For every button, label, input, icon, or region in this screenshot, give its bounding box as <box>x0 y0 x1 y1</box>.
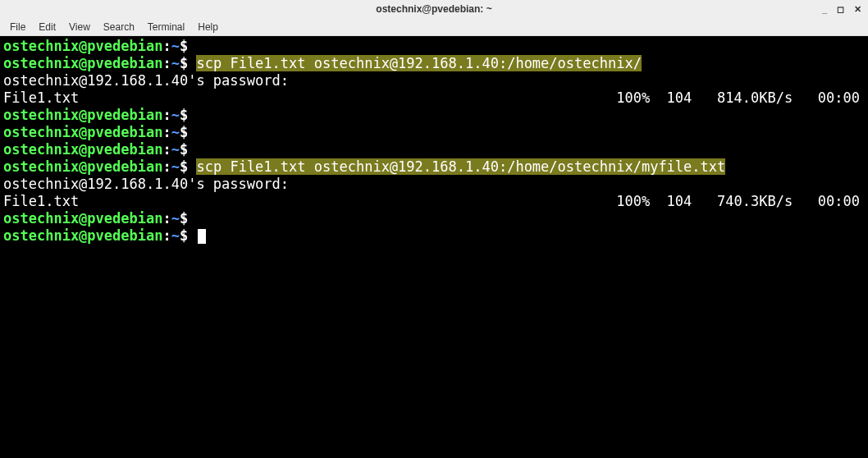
terminal-line: ostechnix@pvedebian:~$ scp File1.txt ost… <box>3 158 865 176</box>
transfer-filename: File1.txt <box>3 193 79 210</box>
output-text: ostechnix@192.168.1.40's password: <box>3 72 289 89</box>
prompt-cwd: ~ <box>171 227 180 244</box>
terminal-window: ostechnix@pvedebian: ~ _ ◻ ✕ File Edit V… <box>0 0 868 458</box>
prompt-cwd: ~ <box>171 124 180 140</box>
prompt-separator: : <box>162 107 171 123</box>
terminal-line: ostechnix@pvedebian:~$ scp File1.txt ost… <box>3 55 865 72</box>
prompt-user-host: ostechnix@pvedebian <box>3 141 162 158</box>
window-title: ostechnix@pvedebian: ~ <box>376 3 491 15</box>
terminal-line: ostechnix@pvedebian:~$ <box>3 227 865 245</box>
prompt-separator: : <box>162 210 171 227</box>
close-icon[interactable]: ✕ <box>852 5 863 14</box>
prompt-dollar: $ <box>180 124 188 140</box>
prompt-dollar: $ <box>180 55 188 71</box>
terminal-line: File1.txt100% 104 814.0KB/s 00:00 <box>3 89 865 107</box>
prompt-user-host: ostechnix@pvedebian <box>3 55 162 71</box>
cursor <box>198 229 206 244</box>
menu-search[interactable]: Search <box>97 20 141 34</box>
transfer-stats: 100% 104 814.0KB/s 00:00 <box>616 89 865 107</box>
prompt-cwd: ~ <box>171 55 180 71</box>
prompt-separator: : <box>162 141 171 158</box>
transfer-stats: 100% 104 740.3KB/s 00:00 <box>616 193 865 210</box>
prompt-dollar: $ <box>180 141 188 158</box>
prompt-separator: : <box>162 55 171 71</box>
prompt-user-host: ostechnix@pvedebian <box>3 124 162 140</box>
terminal-line: ostechnix@pvedebian:~$ <box>3 141 865 158</box>
menu-terminal[interactable]: Terminal <box>141 20 191 34</box>
titlebar[interactable]: ostechnix@pvedebian: ~ _ ◻ ✕ <box>0 0 868 18</box>
terminal-line: ostechnix@pvedebian:~$ <box>3 107 865 124</box>
terminal-line: ostechnix@192.168.1.40's password: <box>3 72 865 89</box>
menu-view[interactable]: View <box>62 20 97 34</box>
prompt-dollar: $ <box>180 38 188 54</box>
prompt-dollar: $ <box>180 107 188 123</box>
prompt-cwd: ~ <box>171 158 180 175</box>
prompt-cwd: ~ <box>171 141 180 158</box>
prompt-separator: : <box>162 124 171 140</box>
terminal-line: ostechnix@pvedebian:~$ <box>3 38 865 55</box>
prompt-dollar: $ <box>180 210 188 227</box>
prompt-separator: : <box>162 38 171 54</box>
terminal-line: File1.txt100% 104 740.3KB/s 00:00 <box>3 193 865 210</box>
maximize-icon[interactable]: ◻ <box>835 5 846 14</box>
prompt-cwd: ~ <box>171 38 180 54</box>
prompt-separator: : <box>162 158 171 175</box>
prompt-user-host: ostechnix@pvedebian <box>3 38 162 54</box>
prompt-cwd: ~ <box>171 107 180 123</box>
prompt-user-host: ostechnix@pvedebian <box>3 158 162 175</box>
menu-edit[interactable]: Edit <box>32 20 62 34</box>
terminal-line: ostechnix@pvedebian:~$ <box>3 124 865 141</box>
menubar: File Edit View Search Terminal Help <box>0 18 868 36</box>
window-controls: _ ◻ ✕ <box>820 5 863 14</box>
prompt-user-host: ostechnix@pvedebian <box>3 210 162 227</box>
prompt-cwd: ~ <box>171 210 180 227</box>
output-text: ostechnix@192.168.1.40's password: <box>3 176 289 192</box>
terminal-line: ostechnix@pvedebian:~$ <box>3 210 865 227</box>
transfer-filename: File1.txt <box>3 89 79 107</box>
menu-file[interactable]: File <box>3 20 32 34</box>
prompt-dollar: $ <box>180 158 188 175</box>
command-text: scp File1.txt ostechnix@192.168.1.40:/ho… <box>196 158 725 175</box>
prompt-user-host: ostechnix@pvedebian <box>3 107 162 123</box>
command-text: scp File1.txt ostechnix@192.168.1.40:/ho… <box>196 55 641 71</box>
minimize-icon[interactable]: _ <box>820 5 829 14</box>
terminal-line: ostechnix@192.168.1.40's password: <box>3 176 865 193</box>
menu-help[interactable]: Help <box>191 20 225 34</box>
prompt-user-host: ostechnix@pvedebian <box>3 227 162 244</box>
prompt-separator: : <box>162 227 171 244</box>
terminal-content[interactable]: ostechnix@pvedebian:~$ ostechnix@pvedebi… <box>0 36 868 458</box>
prompt-dollar: $ <box>180 227 188 244</box>
